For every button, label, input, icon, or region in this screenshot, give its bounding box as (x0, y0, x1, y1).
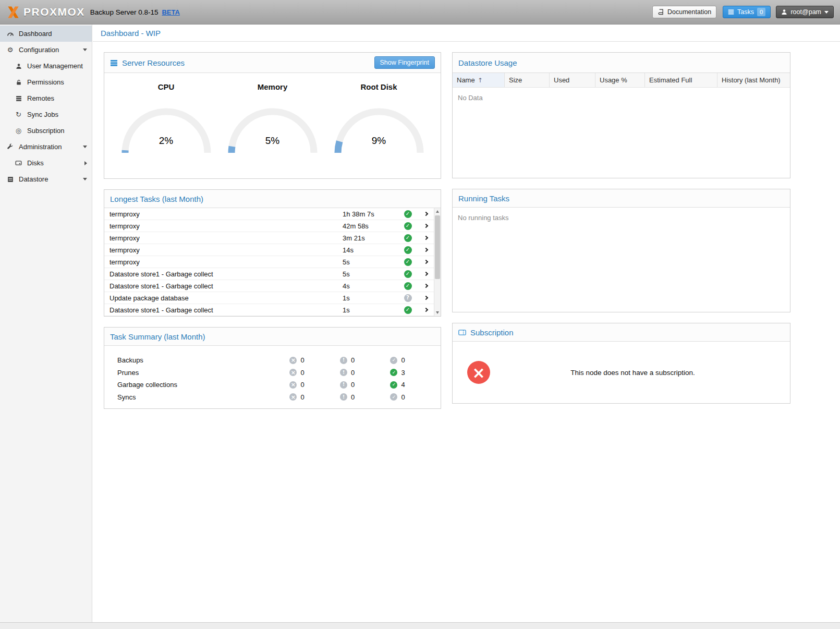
task-row[interactable]: termproxy 5s (104, 256, 434, 268)
life-ring-icon: ◎ (15, 127, 22, 135)
sidebar-item-administration[interactable]: Administration (0, 139, 92, 155)
chevron-down-icon[interactable] (83, 49, 87, 51)
documentation-button[interactable]: Documentation (652, 6, 716, 18)
panel-title: Running Tasks (458, 194, 509, 203)
ok-count-icon (390, 393, 397, 401)
user-label: root@pam (790, 8, 821, 16)
sidebar-item-datastore[interactable]: Datastore (0, 171, 92, 187)
sidebar-item-dashboard[interactable]: Dashboard (0, 26, 92, 42)
task-name: termproxy (109, 246, 343, 254)
scroll-down-icon[interactable] (434, 309, 441, 316)
beta-link[interactable]: BETA (162, 8, 179, 16)
product-version-label: Backup Server 0.8-15 (90, 8, 159, 16)
task-open-chevron-icon[interactable] (418, 296, 434, 299)
sidebar-item-label: Administration (19, 143, 62, 151)
summary-label: Garbage collections (117, 381, 289, 389)
summary-label: Backups (117, 356, 289, 364)
scroll-up-icon[interactable] (434, 208, 441, 215)
subscription-header: Subscription (453, 323, 790, 342)
task-duration: 1s (343, 306, 397, 314)
sidebar-item-user-management[interactable]: User Management (0, 58, 92, 74)
task-open-chevron-icon[interactable] (418, 224, 434, 227)
sidebar-item-configuration[interactable]: ⚙ Configuration (0, 42, 92, 58)
sidebar-item-sync-jobs[interactable]: ↻ Sync Jobs (0, 106, 92, 123)
chevron-right-icon[interactable] (84, 161, 87, 165)
column-header-size[interactable]: Size (505, 73, 550, 87)
task-name: Datastore store1 - Garbage collect (109, 282, 343, 290)
chevron-down-icon (824, 11, 829, 14)
warning-count: 0 (351, 393, 355, 401)
scrollbar-thumb[interactable] (435, 215, 440, 279)
show-fingerprint-button[interactable]: Show Fingerprint (374, 56, 435, 69)
task-open-chevron-icon[interactable] (418, 248, 434, 251)
task-status-icon (404, 210, 412, 218)
column-header-history[interactable]: History (last Month) (717, 73, 790, 87)
gears-icon: ⚙ (6, 46, 14, 54)
user-icon (781, 9, 787, 15)
server-resources-icon (110, 59, 118, 67)
ok-count: 4 (401, 381, 405, 389)
server-list-icon (15, 95, 22, 102)
task-row[interactable]: Datastore store1 - Garbage collect 5s (104, 268, 434, 280)
column-header-usage-pct[interactable]: Usage % (595, 73, 645, 87)
column-header-used[interactable]: Used (550, 73, 595, 87)
sidebar-nav: Dashboard ⚙ Configuration User Managemen… (0, 25, 92, 622)
brand-text: PROXMOX (23, 6, 85, 18)
error-count-icon (289, 393, 297, 401)
task-open-chevron-icon[interactable] (418, 212, 434, 215)
scrollbar[interactable] (434, 208, 441, 316)
proxmox-x-icon (6, 5, 20, 19)
error-count-icon (289, 357, 297, 364)
ok-count-icon (390, 357, 397, 364)
task-duration: 4s (343, 282, 397, 290)
sidebar-item-label: Subscription (27, 127, 65, 135)
warning-count-icon (340, 381, 347, 389)
column-header-estimated-full[interactable]: Estimated Full (645, 73, 717, 87)
gauge-value: 5% (223, 135, 322, 147)
task-summary-body: Backups 0 0 0 Prunes 0 0 3 Garbage colle… (104, 346, 441, 408)
task-name: termproxy (109, 234, 343, 242)
gauges-row: CPU 2% Memory (104, 73, 441, 178)
task-status-icon (404, 258, 412, 266)
unlock-icon (15, 79, 22, 86)
task-row[interactable]: Update package database 1s (104, 292, 434, 304)
task-row[interactable]: termproxy 1h 38m 7s (104, 208, 434, 220)
task-row[interactable]: Datastore store1 - Garbage collect 4s (104, 280, 434, 292)
chevron-down-icon[interactable] (83, 146, 87, 148)
task-name: Update package database (109, 294, 343, 302)
sidebar-item-subscription[interactable]: ◎ Subscription (0, 123, 92, 139)
user-menu-button[interactable]: root@pam (776, 6, 834, 18)
task-status-icon (404, 270, 412, 278)
task-row[interactable]: Datastore store1 - Garbage collect 1s (104, 304, 434, 316)
chevron-down-icon[interactable] (83, 178, 87, 180)
task-row[interactable]: termproxy 42m 58s (104, 220, 434, 232)
root-disk-gauge: Root Disk 9% (330, 82, 429, 178)
main-content: Dashboard - WIP Server Resources Show Fi… (93, 25, 840, 622)
error-count-icon (289, 369, 297, 376)
sidebar-item-permissions[interactable]: Permissions (0, 74, 92, 90)
top-bar: PROXMOX Backup Server 0.8-15 BETA Docume… (0, 0, 840, 25)
error-count-icon (289, 381, 297, 389)
warning-count: 0 (351, 369, 355, 377)
sidebar-item-remotes[interactable]: Remotes (0, 90, 92, 106)
tasks-button[interactable]: Tasks 0 (723, 6, 771, 18)
summary-row: Syncs 0 0 0 (104, 391, 441, 404)
task-duration: 1h 38m 7s (343, 210, 397, 218)
dashboard-gauge-icon (6, 30, 14, 38)
task-duration: 5s (343, 258, 397, 266)
warning-count-icon (340, 393, 347, 401)
task-open-chevron-icon[interactable] (418, 308, 434, 311)
task-row[interactable]: termproxy 14s (104, 244, 434, 256)
datastore-icon (6, 176, 14, 183)
column-header-name[interactable]: Name↑ (453, 73, 505, 87)
window-bottom-edge (0, 622, 840, 629)
task-open-chevron-icon[interactable] (418, 236, 434, 239)
task-open-chevron-icon[interactable] (418, 272, 434, 275)
cpu-gauge: CPU 2% (117, 82, 216, 178)
task-row[interactable]: termproxy 3m 21s (104, 232, 434, 244)
longest-tasks-header: Longest Tasks (last Month) (104, 190, 441, 208)
sidebar-item-disks[interactable]: Disks (0, 155, 92, 171)
task-open-chevron-icon[interactable] (418, 260, 434, 263)
gauge-value: 9% (330, 135, 429, 147)
task-open-chevron-icon[interactable] (418, 284, 434, 287)
